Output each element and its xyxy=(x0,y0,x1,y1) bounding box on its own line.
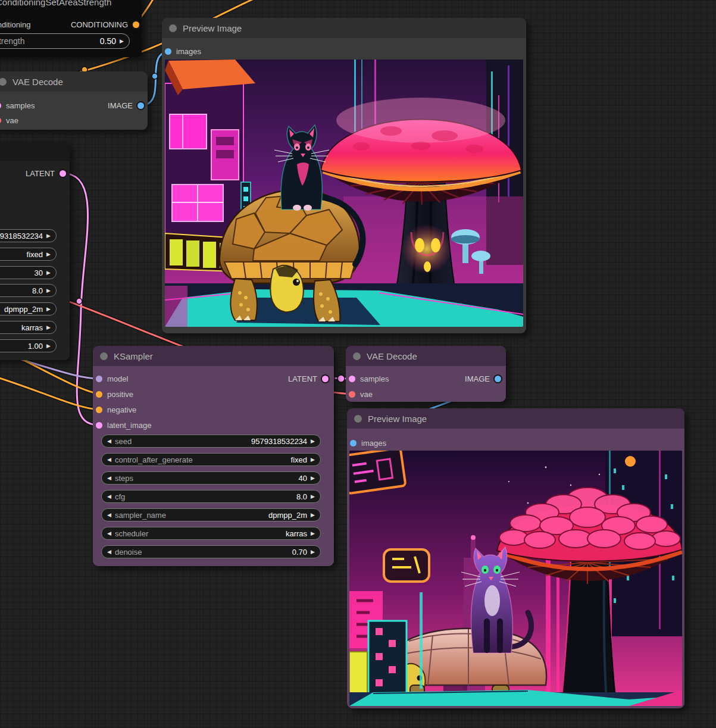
collapse-dot-icon[interactable] xyxy=(353,352,361,360)
output-image: IMAGE xyxy=(465,373,501,385)
widget-strength[interactable]: ◀ strength 0.50 ▶ xyxy=(0,33,130,49)
increment-arrow-icon[interactable]: ▶ xyxy=(46,288,51,293)
increment-arrow-icon[interactable]: ▶ xyxy=(311,513,315,518)
cyberpunk-cat-turtle-mushroom-art xyxy=(165,60,523,327)
vae-port-icon[interactable] xyxy=(349,391,355,398)
input-vae: vae xyxy=(349,388,373,400)
node-title-bar[interactable] xyxy=(0,141,70,161)
link-dot-image-top[interactable] xyxy=(152,73,158,79)
input-negative: negative xyxy=(96,404,136,415)
widget-denoise[interactable]: ◀denoise1.00▶ xyxy=(0,339,57,352)
node-title-bar[interactable]: Preview Image xyxy=(347,408,684,429)
collapse-dot-icon[interactable] xyxy=(169,24,177,32)
decrement-arrow-icon[interactable]: ◀ xyxy=(107,494,111,499)
node-ksampler-left[interactable]: LATENT ◀seed9579318532234▶ ◀control_afte… xyxy=(0,141,70,360)
widget-cfg[interactable]: ◀cfg8.0▶ xyxy=(0,284,57,297)
latent-port-icon[interactable] xyxy=(349,376,355,382)
image-port-icon[interactable] xyxy=(165,48,171,55)
preview-artwork-bottom xyxy=(349,451,682,706)
increment-arrow-icon[interactable]: ▶ xyxy=(120,39,124,44)
node-ksampler[interactable]: KSampler model positive negative latent_… xyxy=(93,346,334,566)
increment-arrow-icon[interactable]: ▶ xyxy=(46,233,51,239)
widget-sampler-name[interactable]: ◀sampler_namedpmpp_2m▶ xyxy=(0,302,57,315)
increment-arrow-icon[interactable]: ▶ xyxy=(311,476,315,481)
widget-control-after-generate[interactable]: ◀control_after_generatefixed▶ xyxy=(101,453,321,466)
node-title: VAE Decode xyxy=(12,77,63,87)
conditioning-port-icon[interactable] xyxy=(96,391,102,398)
decrement-arrow-icon[interactable]: ◀ xyxy=(107,531,111,536)
node-title-bar[interactable]: KSampler xyxy=(93,346,334,366)
link-dot-latent-b[interactable] xyxy=(337,375,345,382)
decrement-arrow-icon[interactable]: ◀ xyxy=(107,457,111,463)
collapse-dot-icon[interactable] xyxy=(0,78,7,86)
increment-arrow-icon[interactable]: ▶ xyxy=(311,439,315,444)
widget-seed[interactable]: ◀seed9579318532234▶ xyxy=(101,435,321,448)
collapse-dot-icon[interactable] xyxy=(354,415,362,423)
increment-arrow-icon[interactable]: ▶ xyxy=(311,494,315,499)
node-graph-canvas[interactable]: { "app": "node-graph-editor", "colors": … xyxy=(0,0,716,728)
increment-arrow-icon[interactable]: ▶ xyxy=(311,457,315,463)
vae-port-icon[interactable] xyxy=(0,117,1,124)
decrement-arrow-icon[interactable]: ◀ xyxy=(107,549,111,555)
collapse-dot-icon[interactable] xyxy=(100,352,108,360)
image-port-icon[interactable] xyxy=(350,440,357,446)
ground-strip xyxy=(349,690,682,706)
widget-scheduler[interactable]: ◀schedulerkarras▶ xyxy=(0,321,57,334)
input-samples: samples xyxy=(0,99,35,111)
cyberpunk-purple-cat-mushroom-art xyxy=(349,451,682,706)
conditioning-port-icon[interactable] xyxy=(96,407,102,413)
node-title: Preview Image xyxy=(183,23,242,33)
input-model: model xyxy=(96,373,128,385)
output-conditioning: CONDITIONING xyxy=(71,18,139,30)
node-preview-image-top[interactable]: Preview Image images xyxy=(162,18,526,333)
input-positive: positive xyxy=(96,388,133,400)
increment-arrow-icon[interactable]: ▶ xyxy=(46,270,51,276)
model-port-icon[interactable] xyxy=(96,376,102,382)
latent-port-icon[interactable] xyxy=(60,170,66,177)
widget-denoise[interactable]: ◀denoise0.70▶ xyxy=(101,545,321,558)
increment-arrow-icon[interactable]: ▶ xyxy=(46,343,51,349)
node-conditioning-set-area-strength[interactable]: ConditioningSetAreaStrength conditioning… xyxy=(0,0,142,57)
decrement-arrow-icon[interactable]: ◀ xyxy=(107,476,111,481)
node-title-bar[interactable]: VAE Decode xyxy=(346,346,506,366)
node-title-bar[interactable]: ConditioningSetAreaStrength xyxy=(0,0,142,12)
widget-sampler-name[interactable]: ◀sampler_namedpmpp_2m▶ xyxy=(101,508,321,521)
widget-control-after-generate[interactable]: ◀control_after_generatefixed▶ xyxy=(0,248,57,261)
widget-cfg[interactable]: ◀cfg8.0▶ xyxy=(101,490,321,503)
increment-arrow-icon[interactable]: ▶ xyxy=(46,307,51,312)
input-images: images xyxy=(165,45,201,57)
widget-seed[interactable]: ◀seed9579318532234▶ xyxy=(0,229,57,242)
node-preview-image-bottom[interactable]: Preview Image images xyxy=(347,408,684,708)
image-port-icon[interactable] xyxy=(495,376,501,382)
node-vae-decode-top[interactable]: VAE Decode samples vae IMAGE xyxy=(0,71,148,130)
node-title: VAE Decode xyxy=(367,351,417,361)
node-title: ConditioningSetAreaStrength xyxy=(0,0,111,7)
widget-scheduler[interactable]: ◀schedulerkarras▶ xyxy=(101,527,321,540)
output-latent: LATENT xyxy=(288,373,329,385)
widget-steps[interactable]: ◀steps40▶ xyxy=(101,471,321,485)
input-samples: samples xyxy=(349,373,389,385)
increment-arrow-icon[interactable]: ▶ xyxy=(311,549,315,555)
increment-arrow-icon[interactable]: ▶ xyxy=(46,325,51,330)
input-conditioning: conditioning xyxy=(0,18,30,30)
node-title-bar[interactable]: VAE Decode xyxy=(0,71,148,92)
image-port-icon[interactable] xyxy=(137,102,144,109)
increment-arrow-icon[interactable]: ▶ xyxy=(46,252,51,257)
input-vae: vae xyxy=(0,114,18,126)
latent-port-icon[interactable] xyxy=(0,102,1,109)
node-vae-decode[interactable]: VAE Decode samples vae IMAGE xyxy=(346,346,506,402)
node-title-bar[interactable]: Preview Image xyxy=(162,18,526,38)
decrement-arrow-icon[interactable]: ◀ xyxy=(107,513,111,518)
preview-artwork-top xyxy=(165,60,523,327)
node-title: Preview Image xyxy=(368,414,427,424)
input-images: images xyxy=(350,437,386,449)
link-dot-latent-left[interactable] xyxy=(76,298,82,304)
increment-arrow-icon[interactable]: ▶ xyxy=(311,531,315,536)
ground xyxy=(165,283,523,327)
output-image: IMAGE xyxy=(108,99,144,111)
conditioning-port-icon[interactable] xyxy=(133,21,139,28)
decrement-arrow-icon[interactable]: ◀ xyxy=(107,439,111,444)
latent-port-icon[interactable] xyxy=(322,376,329,382)
latent-port-icon[interactable] xyxy=(96,422,102,429)
widget-steps[interactable]: ◀steps30▶ xyxy=(0,266,57,279)
